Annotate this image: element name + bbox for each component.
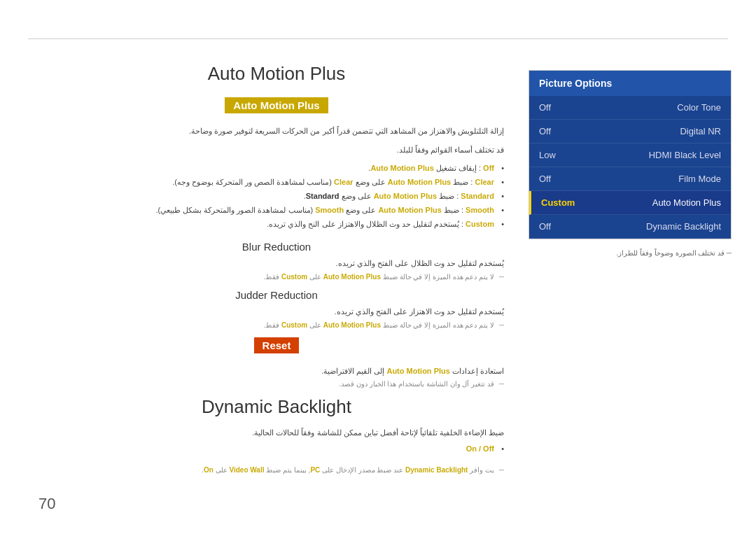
bullet-standard: Standard : ضبط Auto Motion Plus على وضع …: [49, 190, 504, 204]
dynamic-backlight-note: يت وافر Dynamic Backlight عند ضبط مصدر ا…: [49, 466, 504, 474]
judder-reduction-note: لا يتم دعم هذه الميزة إلا في حالة ضبط Au…: [49, 321, 504, 329]
reset-note: قد تتغير آل وان الشاشة باستخدام هذا الخي…: [49, 380, 504, 388]
option-hdmi-black-label: HDMI Black Level: [649, 150, 721, 160]
right-panel: Picture Options Off Color Tone Off Digit…: [528, 70, 732, 259]
option-digital-nr-value: Off: [539, 126, 551, 136]
intro-line2: قد تختلف أسماء القوائم وفقاً للبلد.: [49, 143, 504, 157]
reset-label: Reset: [254, 337, 300, 353]
blur-reduction-title: Blur Reduction: [49, 241, 504, 253]
option-color-tone[interactable]: Off Color Tone: [529, 96, 731, 120]
option-dynamic-backlight-value: Off: [539, 221, 551, 232]
reset-header: Reset: [49, 337, 504, 360]
amp-bullets: Off : إيقاف تشغيل Auto Motion Plus. Clea…: [49, 162, 504, 231]
main-content: Auto Motion Plus Auto Motion Plus إزالة …: [28, 49, 525, 506]
main-title: Auto Motion Plus: [49, 63, 504, 85]
bullet-custom: Custom : يُستخدم لتقليل حد وث الظلال وال…: [49, 218, 504, 232]
judder-reduction-text: يُستخدم لتقليل حد وث الاهتزاز على الفتح …: [49, 305, 504, 318]
dynamic-backlight-text: ضبط الإضاءة الخلفية تلقائياً لإتاحة أفضل…: [49, 426, 504, 440]
option-dynamic-backlight-label: Dynamic Backlight: [646, 221, 721, 232]
options-list: Off Color Tone Off Digital NR Low HDMI B…: [529, 96, 731, 239]
dynamic-backlight-title: Dynamic Backlight: [49, 396, 504, 418]
right-panel-note: قد تختلف الصورة وضوحاً وفقاً للطراز.: [528, 248, 732, 259]
option-amp-value: Custom: [541, 197, 575, 208]
amp-highlight-label: Auto Motion Plus: [225, 97, 328, 113]
picture-options-box: Picture Options Off Color Tone Off Digit…: [528, 70, 732, 239]
intro-line1: إزالة التلتلويش والاهتزاز من المشاهد الت…: [49, 125, 504, 138]
option-hdmi-black[interactable]: Low HDMI Black Level: [529, 143, 731, 167]
option-film-mode-value: Off: [539, 174, 551, 184]
option-digital-nr-label: Digital NR: [680, 126, 721, 136]
bullet-off: Off : إيقاف تشغيل Auto Motion Plus.: [49, 162, 504, 176]
option-hdmi-black-value: Low: [539, 150, 556, 160]
option-auto-motion-plus[interactable]: Custom Auto Motion Plus: [529, 191, 731, 215]
option-digital-nr[interactable]: Off Digital NR: [529, 120, 731, 143]
bullet-clear: Clear : ضبط Auto Motion Plus على وضع Cle…: [49, 176, 504, 190]
option-amp-label: Auto Motion Plus: [652, 197, 721, 208]
dynamic-bullet-onoff: On / Off: [49, 442, 504, 456]
option-film-mode[interactable]: Off Film Mode: [529, 167, 731, 191]
blur-reduction-note: لا يتم دعم هذه الميزة إلا في حالة ضبط Au…: [49, 273, 504, 281]
top-divider: [28, 38, 728, 39]
amp-section-header: Auto Motion Plus: [49, 97, 504, 120]
option-dynamic-backlight[interactable]: Off Dynamic Backlight: [529, 215, 731, 239]
option-film-mode-label: Film Mode: [678, 174, 721, 184]
reset-text: استعادة إعدادات Auto Motion Plus إلى الق…: [49, 365, 504, 378]
option-color-tone-value: Off: [539, 102, 551, 113]
picture-options-header: Picture Options: [529, 71, 731, 96]
option-color-tone-label: Color Tone: [677, 102, 721, 113]
bullet-smooth: Smooth : ضبط Auto Motion Plus على وضع Sm…: [49, 204, 504, 218]
judder-reduction-title: Judder Reduction: [49, 289, 504, 301]
dynamic-backlight-bullets: On / Off: [49, 442, 504, 456]
blur-reduction-text: يُستخدم لتقليل حد وث الظلال على الفتح وا…: [49, 257, 504, 270]
